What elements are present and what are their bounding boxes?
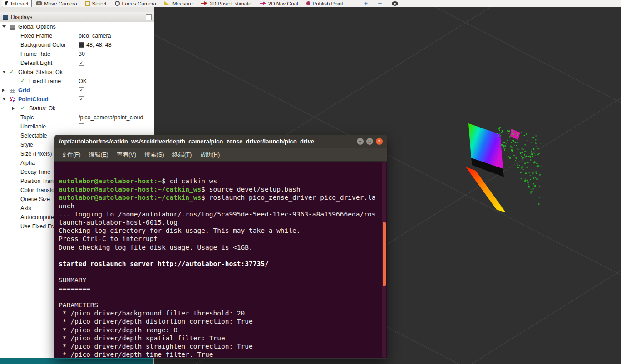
terminal-text-segment: cd catkin_ws xyxy=(169,177,217,185)
tool-label: Publish Point xyxy=(313,1,343,6)
row-label: Status: Ok xyxy=(29,105,55,112)
row-value: ✓ xyxy=(79,60,84,66)
terminal-menu-3[interactable]: 查看(V) xyxy=(113,151,140,159)
terminal-menu-6[interactable]: 帮助(H) xyxy=(196,151,224,159)
terminal-text-segment: $ xyxy=(162,177,169,185)
tree-row-status-ok[interactable]: ✓Status: Ok xyxy=(0,104,154,113)
terminal-line: * /pico_driver/depth_distortion_correcti… xyxy=(59,317,382,325)
terminal-line: * /pico_driver/depth_straighten_correcti… xyxy=(59,342,382,350)
terminal-text-segment: started roslaunch server http://autolabo… xyxy=(59,260,269,267)
terminal-text-segment: Press Ctrl-C to interrupt xyxy=(59,235,158,242)
terminal-text-segment: * /pico_driver/depth_distortion_correcti… xyxy=(59,318,253,325)
terminal-titlebar[interactable]: /opt/autolabor/ros/catkin_ws/src/driver/… xyxy=(54,135,387,148)
terminal-text-segment: PARAMETERS xyxy=(59,301,98,309)
row-label: Selectable xyxy=(20,133,47,139)
checkbox[interactable]: ✓ xyxy=(79,60,84,66)
tree-row-pointcloud[interactable]: PointCloud✓ xyxy=(0,95,154,104)
terminal-menu-5[interactable]: 终端(T) xyxy=(168,151,196,159)
grid-icon xyxy=(10,89,15,93)
value-text[interactable]: 48; 48; 48 xyxy=(86,42,112,48)
terminal-menubar: 文件(F)编辑(E)查看(V)搜索(S)终端(T)帮助(H) xyxy=(54,148,387,162)
tree-row-global-status-ok[interactable]: ✓Global Status: Ok xyxy=(0,68,154,77)
collapse-arrow-icon[interactable] xyxy=(2,25,6,28)
tool-measure[interactable]: Measure xyxy=(161,0,197,7)
terminal-text-segment: launch-autolabor-host-6015.log xyxy=(59,219,177,226)
terminal-line xyxy=(59,268,382,276)
collapse-arrow-icon[interactable] xyxy=(2,98,6,100)
terminal-text-segment: ... logging to /home/autolabor/.ros/log/… xyxy=(59,211,375,218)
row-label: Global Options xyxy=(18,24,56,30)
terminal-menu-2[interactable]: 编辑(E) xyxy=(85,151,113,159)
tool-move-camera[interactable]: Move Camera xyxy=(33,0,80,7)
terminal-line: unch xyxy=(59,202,382,210)
terminal-text-segment: autolabor@autolabor-host:~/catkin_ws xyxy=(59,194,201,201)
terminal-text-segment: * /pico_driver/depth_spatial_filter: Tru… xyxy=(59,334,225,342)
row-value: 48; 48; 48 xyxy=(79,42,112,48)
tool-select[interactable]: Select xyxy=(82,0,110,7)
toolbar-extras: + − xyxy=(362,0,400,7)
tree-row-default-light[interactable]: Default Light✓ xyxy=(0,59,154,68)
close-button[interactable]: × xyxy=(376,138,383,145)
row-label: Autocompute xyxy=(20,214,54,221)
bottom-panel-strip[interactable] xyxy=(0,358,153,364)
add-tool-button[interactable]: + xyxy=(362,0,370,7)
terminal-text-segment: roslaunch pico_zense_driver pico_driver.… xyxy=(209,194,376,201)
terminal-scrollbar[interactable] xyxy=(382,162,386,358)
checkbox[interactable] xyxy=(79,123,84,129)
float-panel-button[interactable] xyxy=(146,14,152,20)
row-label: Color Transfo xyxy=(20,187,54,193)
collapse-arrow-icon[interactable] xyxy=(2,71,6,73)
toolbar: InteractMove CameraSelectFocus CameraMea… xyxy=(0,0,621,7)
tree-row-fixed-frame[interactable]: ✓Fixed FrameOK xyxy=(0,77,154,86)
scrollbar-handle[interactable] xyxy=(383,222,386,286)
row-label: Default Light xyxy=(20,60,52,66)
displays-panel-header[interactable]: Displays xyxy=(0,12,154,22)
maximize-button[interactable]: □ xyxy=(366,138,373,145)
expand-arrow-icon[interactable] xyxy=(12,107,15,110)
row-label: Grid xyxy=(18,87,30,93)
checkbox[interactable]: ✓ xyxy=(79,87,84,93)
minimize-button[interactable]: – xyxy=(357,138,364,145)
tool-focus-camera[interactable]: Focus Camera xyxy=(111,0,160,7)
tree-row-unreliable[interactable]: Unreliable xyxy=(0,122,154,131)
options-icon xyxy=(10,25,15,30)
color-swatch[interactable] xyxy=(79,42,84,48)
terminal-text-segment: * /pico_driver/depth_time_filter: True xyxy=(59,351,213,358)
tool-interact[interactable]: Interact xyxy=(2,0,32,7)
terminal-output[interactable]: autolabor@autolabor-host:~$ cd catkin_ws… xyxy=(54,162,387,358)
tree-row-global-options[interactable]: Global Options xyxy=(0,22,154,31)
window-controls: –□× xyxy=(357,138,383,145)
terminal-text-segment: autolabor@autolabor-host:~ xyxy=(59,177,162,185)
terminal-menu-1[interactable]: 文件(F) xyxy=(57,151,85,159)
tree-row-topic[interactable]: Topic/pico_camera/point_cloud xyxy=(0,113,154,122)
tree-row-fixed-frame[interactable]: Fixed Framepico_camera xyxy=(0,31,154,40)
value-text[interactable]: OK xyxy=(79,78,87,84)
terminal-text-segment: Done checking log file disk usage. Usage… xyxy=(59,244,253,251)
pose-arrow-icon xyxy=(201,1,207,5)
select-icon xyxy=(85,1,90,6)
row-label: Alpha xyxy=(20,160,35,166)
terminal-text-segment: autolabor@autolabor-host:~/catkin_ws xyxy=(59,186,201,193)
tool-label: Interact xyxy=(11,1,28,6)
tree-row-background-color[interactable]: Background Color48; 48; 48 xyxy=(0,40,154,49)
row-label: Size (Pixels) xyxy=(20,151,52,157)
tree-row-frame-rate[interactable]: Frame Rate30 xyxy=(0,49,154,59)
value-text[interactable]: 30 xyxy=(79,51,85,57)
tree-row-grid[interactable]: Grid✓ xyxy=(0,86,154,95)
terminal-menu-4[interactable]: 搜索(S) xyxy=(140,151,168,159)
tool-publish-point[interactable]: Publish Point xyxy=(303,0,347,7)
value-text[interactable]: /pico_camera/point_cloud xyxy=(79,114,143,121)
tool-visibility-button[interactable] xyxy=(390,0,400,7)
value-text[interactable]: pico_camera xyxy=(79,33,111,39)
expand-arrow-icon[interactable] xyxy=(2,89,5,92)
cursor-icon xyxy=(5,1,9,6)
remove-tool-button[interactable]: − xyxy=(376,0,384,7)
tool-2d-pose-estimate[interactable]: 2D Pose Estimate xyxy=(197,0,255,7)
terminal-line: * /pico_driver/depth_spatial_filter: Tru… xyxy=(59,334,382,342)
terminal-line: * /pico_driver/depth_range: 0 xyxy=(59,326,382,334)
row-label: Fixed Frame xyxy=(29,78,61,84)
tool-2d-nav-goal[interactable]: 2D Nav Goal xyxy=(256,0,302,7)
checkbox[interactable]: ✓ xyxy=(79,96,84,102)
check-icon: ✓ xyxy=(20,78,26,84)
row-label: Topic xyxy=(20,114,34,121)
